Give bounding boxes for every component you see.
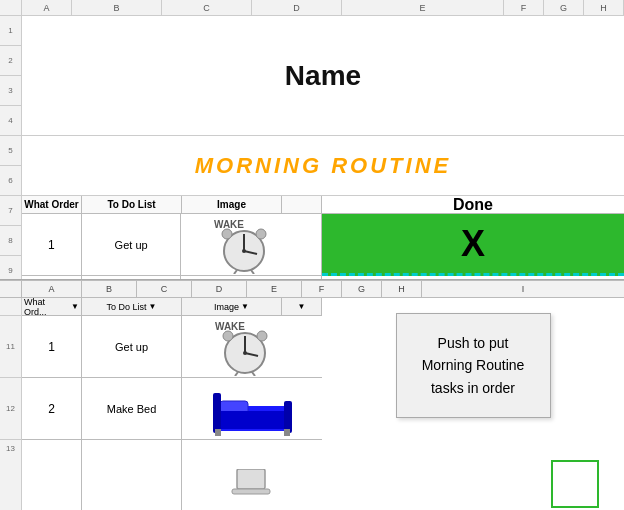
bottom-header-order[interactable]: What Ord... ▼ — [22, 298, 82, 315]
done-area: X — [322, 214, 624, 280]
row-5: 5 — [0, 136, 21, 166]
header-spacer — [282, 196, 322, 213]
corner — [0, 281, 22, 297]
filter-arrow-order[interactable]: ▼ — [71, 302, 79, 311]
col-h: H — [584, 0, 624, 15]
bottom-toilet-partial — [227, 469, 277, 499]
bottom-table-row-2: 2 Make Bed — [22, 378, 322, 440]
header-what-order: What Order — [22, 196, 82, 213]
bottom-col-header-bar: A B C D E F G H I — [0, 280, 624, 298]
table-header-row: What Order To Do List Image Done — [22, 196, 624, 214]
svg-line-28 — [252, 372, 255, 376]
bottom-order-2: 2 — [22, 378, 82, 439]
row-4: 4 — [0, 106, 21, 136]
bottom-wake-clock-image: WAKE — [210, 318, 295, 376]
bc-c: C — [137, 281, 192, 297]
bed-image — [209, 279, 294, 280]
done-empty-row-1 — [322, 276, 624, 280]
header-done: Done — [322, 196, 624, 213]
bottom-header-todo[interactable]: To Do List ▼ — [82, 298, 182, 315]
push-to-sort-button[interactable]: Push to put Morning Routine tasks in ord… — [396, 313, 551, 418]
col-a: A — [22, 0, 72, 15]
svg-rect-35 — [284, 429, 290, 436]
bottom-header-e[interactable]: ▼ — [282, 298, 322, 315]
row-numbers: 1 2 3 4 5 6 7 8 9 10 11 12 13 — [0, 16, 22, 280]
row-2: 2 — [0, 46, 21, 76]
corner-blank — [0, 0, 22, 15]
header-todo: To Do List — [82, 196, 182, 213]
svg-rect-32 — [213, 393, 221, 433]
green-border-square — [551, 460, 599, 508]
order-2: 2 — [22, 276, 82, 280]
table-row: 1 Get up WAKE — [22, 214, 321, 276]
image-2 — [181, 276, 321, 280]
bottom-image-2 — [182, 378, 322, 439]
bottom-task-2: Make Bed — [82, 378, 182, 439]
row-9: 9 — [0, 256, 21, 280]
svg-line-27 — [235, 372, 238, 376]
bottom-table-area: What Ord... ▼ To Do List ▼ Image ▼ ▼ 1 G — [22, 298, 322, 510]
bc-e: E — [247, 281, 302, 297]
brow-11: 11 — [0, 316, 21, 378]
svg-point-25 — [223, 331, 233, 341]
header-image: Image — [182, 196, 282, 213]
bc-f: F — [302, 281, 342, 297]
order-1: 1 — [22, 214, 82, 275]
filter-arrow-todo[interactable]: ▼ — [149, 302, 157, 311]
bottom-task-3-empty — [82, 440, 182, 510]
bc-b: B — [82, 281, 137, 297]
bc-g: G — [342, 281, 382, 297]
svg-point-26 — [257, 331, 267, 341]
bottom-spreadsheet: 11 12 13 What Ord... ▼ To Do List ▼ Imag… — [0, 298, 624, 510]
top-spreadsheet: A B C D E F G H 1 2 3 4 5 6 7 8 9 10 11 … — [0, 0, 624, 280]
bc-h: H — [382, 281, 422, 297]
morning-routine-area: MORNING ROUTINE — [22, 136, 624, 196]
col-e: E — [342, 0, 504, 15]
row-8: 8 — [0, 226, 21, 256]
name-title: Name — [285, 60, 361, 92]
bottom-table-row-1: 1 Get up WAKE — [22, 316, 322, 378]
svg-line-8 — [251, 270, 254, 274]
row-7: 7 — [0, 196, 21, 226]
col-g: G — [544, 0, 584, 15]
name-area: Name — [22, 16, 624, 136]
image-1: WAKE — [181, 214, 321, 275]
task-1: Get up — [82, 214, 182, 275]
bc-a: A — [22, 281, 82, 297]
done-check-row: X — [322, 214, 624, 276]
table-row: 2 Make Bed — [22, 276, 321, 280]
svg-text:WAKE: WAKE — [214, 219, 244, 230]
bottom-task-1: Get up — [82, 316, 182, 377]
svg-point-5 — [222, 229, 232, 239]
table-headers-left: What Order To Do List Image — [22, 196, 322, 213]
bc-d: D — [192, 281, 247, 297]
row-6: 6 — [0, 166, 21, 196]
bottom-header-image[interactable]: Image ▼ — [182, 298, 282, 315]
bottom-table-headers: What Ord... ▼ To Do List ▼ Image ▼ ▼ — [22, 298, 322, 316]
svg-rect-31 — [215, 411, 290, 429]
svg-rect-36 — [237, 469, 265, 489]
svg-text:WAKE: WAKE — [215, 321, 245, 332]
brow-13: 13 — [0, 440, 21, 510]
brow-12: 12 — [0, 378, 21, 440]
morning-routine-title: MORNING ROUTINE — [195, 153, 451, 179]
svg-rect-33 — [284, 401, 292, 433]
bottom-image-1: WAKE — [182, 316, 322, 377]
bottom-image-3-partial — [182, 440, 322, 510]
filter-arrow-image[interactable]: ▼ — [241, 302, 249, 311]
brow-h — [0, 298, 21, 316]
bottom-table-row-3-partial — [22, 440, 322, 510]
sheet-main: Name MORNING ROUTINE What Order To Do Li… — [22, 16, 624, 280]
svg-line-7 — [234, 270, 237, 274]
row-1: 1 — [0, 16, 21, 46]
svg-rect-34 — [215, 429, 221, 436]
col-header-row: A B C D E F G H — [0, 0, 624, 16]
svg-point-6 — [256, 229, 266, 239]
bottom-body: 11 12 13 What Ord... ▼ To Do List ▼ Imag… — [0, 298, 624, 510]
filter-arrow-e[interactable]: ▼ — [298, 302, 306, 311]
col-b: B — [72, 0, 162, 15]
done-checkmark: X — [461, 223, 485, 265]
col-d: D — [252, 0, 342, 15]
col-f: F — [504, 0, 544, 15]
task-rows: 1 Get up WAKE — [22, 214, 322, 280]
